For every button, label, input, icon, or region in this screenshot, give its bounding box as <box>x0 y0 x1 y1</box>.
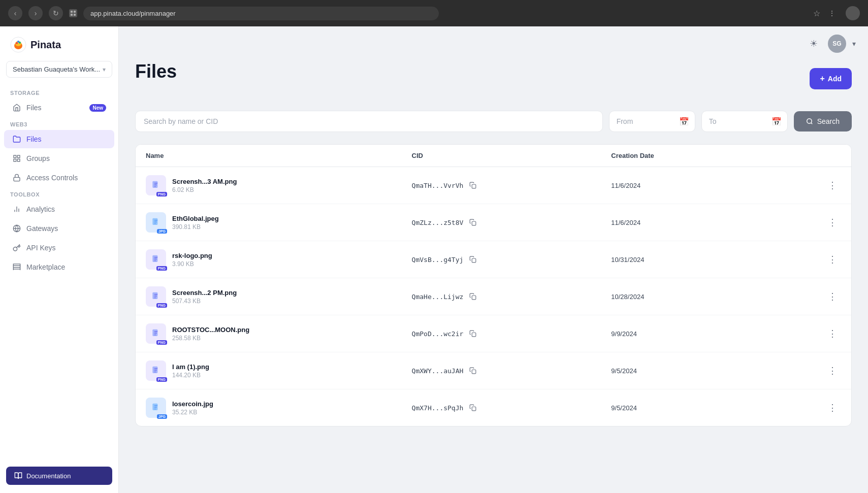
add-button[interactable]: + Add <box>810 68 852 89</box>
svg-rect-41 <box>472 258 476 262</box>
svg-rect-0 <box>71 11 73 13</box>
copy-cid-button[interactable] <box>467 217 478 228</box>
sidebar-item-label: Analytics <box>26 205 106 213</box>
table-row: PNG Screensh...2 PM.png 507.43 KB QmaHe.… <box>136 278 851 315</box>
file-details: rsk-logo.png 3.90 KB <box>172 252 212 268</box>
url-bar[interactable] <box>83 7 439 20</box>
cid-value: QmZLz...z5t8V <box>412 219 464 226</box>
copy-cid-button[interactable] <box>467 254 478 265</box>
table-row: JPG EthGlobal.jpeg 390.81 KB QmZLz...z5t… <box>136 204 851 241</box>
svg-rect-43 <box>154 294 158 295</box>
bookmark-icon: ☆ <box>813 9 820 18</box>
cid-value: QmXWY...auJAH <box>412 367 464 375</box>
sidebar-item-access-controls[interactable]: Access Controls <box>4 169 114 187</box>
file-size: 258.58 KB <box>172 335 249 342</box>
workspace-name: Sebastian Guaqueta's Work... <box>13 65 100 73</box>
date-cell: 11/6/2024 <box>611 219 811 226</box>
nav-back-button[interactable]: ‹ <box>8 6 22 20</box>
sidebar-item-gateways[interactable]: Gateways <box>4 219 114 238</box>
theme-toggle-button[interactable]: ☀ <box>806 36 822 52</box>
search-button[interactable]: Search <box>794 111 852 132</box>
file-ext-badge: PNG <box>156 377 167 382</box>
svg-point-25 <box>807 119 811 123</box>
row-more-button[interactable]: ⋮ <box>824 252 841 267</box>
user-dropdown-arrow[interactable]: ▾ <box>852 40 856 48</box>
sidebar-item-marketplace[interactable]: Marketplace <box>4 258 114 276</box>
copy-icon <box>469 330 476 337</box>
svg-rect-12 <box>17 159 20 161</box>
svg-line-26 <box>811 123 812 124</box>
nav-forward-button[interactable]: › <box>28 6 43 20</box>
to-date-input[interactable] <box>701 111 788 132</box>
file-details: Screensh...3 AM.png 6.02 KB <box>172 178 237 193</box>
sidebar-item-analytics[interactable]: Analytics <box>4 200 114 218</box>
row-more-button[interactable]: ⋮ <box>824 215 841 230</box>
sidebar-item-files-storage[interactable]: Files New <box>4 98 114 117</box>
svg-rect-39 <box>154 258 157 259</box>
sidebar-item-groups[interactable]: Groups <box>4 149 114 168</box>
workspace-selector[interactable]: Sebastian Guaqueta's Work... ▾ <box>6 61 112 78</box>
svg-rect-46 <box>472 295 476 300</box>
file-type-icon <box>151 328 161 339</box>
copy-icon <box>469 219 476 226</box>
to-date-wrap: 📅 <box>701 111 788 132</box>
file-info: JPG EthGlobal.jpeg 390.81 KB <box>146 212 412 233</box>
key-icon <box>12 243 21 252</box>
copy-cid-button[interactable] <box>467 180 478 191</box>
svg-rect-34 <box>154 221 157 222</box>
search-input[interactable] <box>135 111 603 132</box>
sidebar-item-label: Marketplace <box>26 263 106 271</box>
sidebar-item-label: Groups <box>26 154 106 162</box>
file-info: PNG I am (1).png 144.20 KB <box>146 360 412 381</box>
nav-refresh-button[interactable]: ↻ <box>49 6 63 20</box>
cid-cell: QmXWY...auJAH <box>412 365 612 376</box>
svg-rect-28 <box>154 183 158 184</box>
logo-icon <box>10 37 26 53</box>
file-type-icon <box>151 217 161 227</box>
file-type-icon <box>151 180 161 190</box>
cid-value: QmVsB...g4Tyj <box>412 256 464 264</box>
file-ext-badge: PNG <box>156 303 167 308</box>
file-name: losercoin.jpg <box>172 400 213 408</box>
col-name: Name <box>146 152 412 159</box>
documentation-button[interactable]: Documentation <box>6 467 112 485</box>
copy-cid-button[interactable] <box>467 328 478 339</box>
file-name: ROOTSTOC...MOON.png <box>172 326 249 334</box>
row-more-button[interactable]: ⋮ <box>824 400 841 415</box>
file-details: EthGlobal.jpeg 390.81 KB <box>172 215 219 231</box>
sidebar-item-label: Access Controls <box>26 174 106 182</box>
svg-rect-44 <box>154 295 157 297</box>
copy-cid-button[interactable] <box>467 365 478 376</box>
file-icon-wrap: PNG <box>146 249 166 270</box>
logo-text: Pinata <box>30 39 61 51</box>
sidebar-item-api-keys[interactable]: API Keys <box>4 239 114 257</box>
file-info: PNG Screensh...2 PM.png 507.43 KB <box>146 286 412 307</box>
col-actions <box>811 152 841 159</box>
cid-cell: QmZLz...z5t8V <box>412 217 612 228</box>
svg-rect-14 <box>14 177 20 181</box>
copy-cid-button[interactable] <box>467 402 478 413</box>
file-details: ROOTSTOC...MOON.png 258.58 KB <box>172 326 249 342</box>
row-more-button[interactable]: ⋮ <box>824 363 841 378</box>
sidebar-item-files-web3[interactable]: Files <box>4 130 114 148</box>
actions-cell: ⋮ <box>811 215 841 230</box>
copy-cid-button[interactable] <box>467 291 478 302</box>
cid-cell: QmX7H...sPqJh <box>412 402 612 413</box>
row-more-button[interactable]: ⋮ <box>824 326 841 341</box>
file-type-icon <box>151 403 161 413</box>
from-date-wrap: 📅 <box>609 111 695 132</box>
svg-rect-59 <box>154 407 157 408</box>
actions-cell: ⋮ <box>811 178 841 193</box>
file-ext-badge: JPG <box>157 229 167 234</box>
more-options-icon: ⋮ <box>828 9 835 17</box>
user-avatar[interactable]: SG <box>828 35 846 53</box>
row-more-button[interactable]: ⋮ <box>824 178 841 193</box>
from-date-input[interactable] <box>609 111 695 132</box>
search-label: Search <box>817 117 840 125</box>
logo: Pinata <box>0 26 118 61</box>
copy-icon <box>469 182 476 189</box>
row-more-button[interactable]: ⋮ <box>824 289 841 304</box>
main-content: ☀ SG ▾ Files + Add 📅 <box>119 26 868 493</box>
file-ext-badge: PNG <box>156 266 167 271</box>
file-icon-wrap: PNG <box>146 286 166 307</box>
